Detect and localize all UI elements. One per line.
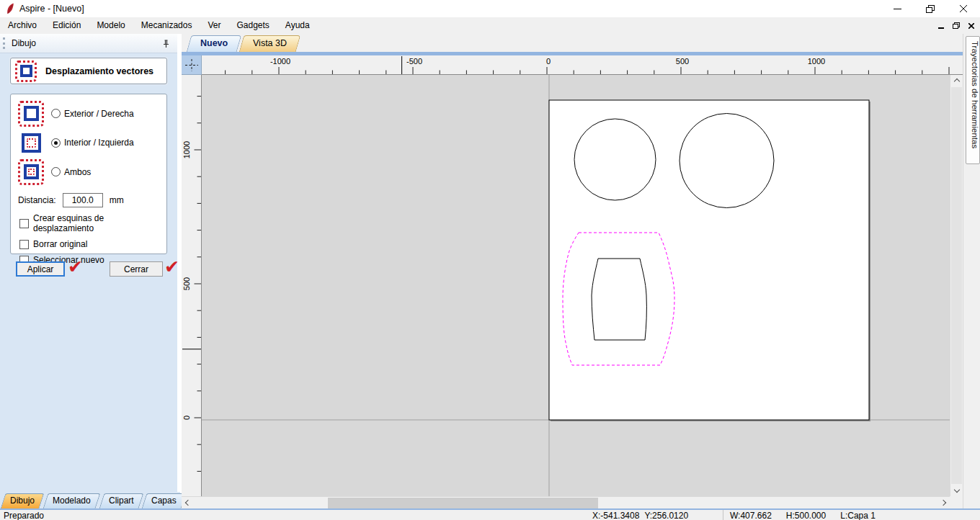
- menu-mecanizados[interactable]: Mecanizados: [133, 17, 200, 34]
- menu-ayuda[interactable]: Ayuda: [277, 17, 318, 34]
- document-area: NuevoVista 3D -1000-50005001000 10005000: [182, 34, 963, 508]
- radio-label-exterior-derecha: Exterior / Derecha: [64, 109, 134, 119]
- status-layer: L:Capa 1: [840, 511, 876, 520]
- menu-edicion[interactable]: Edición: [45, 17, 89, 34]
- menu-bar: ArchivoEdiciónModeloMecanizadosVerGadget…: [0, 17, 980, 34]
- horizontal-scrollbar[interactable]: [182, 496, 950, 508]
- drawing-panel: Dibujo Desplazamiento vectores Exterior …: [0, 34, 177, 492]
- scroll-up-icon[interactable]: [950, 76, 963, 86]
- svg-text:500: 500: [182, 277, 191, 290]
- svg-text:-500: -500: [406, 57, 422, 66]
- toolpaths-dock-tab[interactable]: Trayectorias de herramientas: [966, 36, 980, 164]
- radio-ambos[interactable]: [51, 167, 61, 176]
- canvas-drawing[interactable]: [202, 75, 950, 496]
- checkbox-crear-esquinas-de-desplazamiento[interactable]: [19, 219, 29, 228]
- distance-label: Distancia:: [18, 195, 56, 205]
- offset-vectors-tool-icon: [15, 60, 37, 82]
- status-x: X:-541.3408: [592, 511, 639, 520]
- option-row-exterior-derecha: Exterior / Derecha: [15, 97, 162, 130]
- menu-modelo[interactable]: Modelo: [89, 17, 133, 34]
- status-y: Y:256.0120: [644, 511, 688, 520]
- window-title: Aspire - [Nuevo]: [19, 4, 84, 14]
- scroll-down-icon[interactable]: [950, 485, 963, 495]
- svg-text:-1000: -1000: [270, 57, 290, 66]
- menu-ver[interactable]: Ver: [200, 17, 228, 34]
- checkbox-label-borrar-original: Borrar original: [33, 239, 87, 249]
- status-coordinates: X:-541.3408 Y:256.0120: [592, 511, 688, 520]
- apply-check-icon: ✔: [68, 259, 83, 275]
- offset-interior-icon: [15, 133, 47, 153]
- panel-tab-bar: DibujoModeladoClipartCapas: [0, 492, 180, 508]
- checkbox-label-crear-esquinas-de-desplazamiento: Crear esquinas de desplazamiento: [33, 213, 162, 233]
- scroll-right-icon[interactable]: [938, 497, 948, 508]
- distance-row: Distancia: mm: [18, 193, 162, 207]
- option-row-ambos: Ambos: [15, 156, 162, 188]
- distance-input[interactable]: [63, 193, 103, 207]
- offset-both-icon: [15, 159, 47, 185]
- svg-text:0: 0: [182, 416, 191, 420]
- horizontal-scrollbar-thumb[interactable]: [328, 498, 598, 508]
- menu-archivo[interactable]: Archivo: [0, 17, 45, 34]
- window-minimize-button[interactable]: [881, 0, 914, 17]
- document-close-button[interactable]: [968, 21, 974, 31]
- window-restore-button[interactable]: [914, 0, 947, 17]
- title-bar: Aspire - [Nuevo]: [0, 0, 980, 17]
- apply-button[interactable]: Aplicar: [16, 261, 65, 277]
- tab-vista-3d[interactable]: Vista 3D: [239, 35, 301, 52]
- panel-title: Dibujo: [12, 38, 36, 48]
- vertical-scrollbar[interactable]: [950, 75, 963, 496]
- job-page[interactable]: [549, 100, 869, 420]
- radio-exterior-derecha[interactable]: [51, 109, 61, 118]
- pin-icon[interactable]: [160, 38, 172, 50]
- document-tab-bar: NuevoVista 3D: [182, 34, 963, 52]
- svg-text:1000: 1000: [182, 141, 191, 158]
- document-window-controls: [938, 17, 974, 34]
- close-button[interactable]: Cerrar: [110, 261, 163, 277]
- document-restore-button[interactable]: [953, 21, 960, 31]
- menu-gadgets[interactable]: Gadgets: [228, 17, 277, 34]
- status-bar: Preparado X:-541.3408 Y:256.0120 W:407.6…: [0, 510, 980, 520]
- svg-text:1000: 1000: [808, 57, 825, 66]
- origin-crosshair-icon[interactable]: [182, 55, 202, 75]
- radio-label-ambos: Ambos: [64, 167, 91, 177]
- right-dock-strip: Trayectorias de herramientas: [963, 34, 980, 508]
- tab-nuevo[interactable]: Nuevo: [187, 35, 242, 52]
- window-close-button[interactable]: [947, 0, 980, 17]
- status-dimensions: W:407.662 H:500.000 L:Capa 1: [730, 511, 876, 520]
- vertical-ruler: 10005000: [182, 75, 202, 496]
- panel-grip[interactable]: [3, 37, 5, 49]
- status-ready: Preparado: [4, 511, 44, 520]
- svg-text:500: 500: [676, 57, 689, 66]
- status-width: W:407.662: [730, 511, 772, 520]
- panel-tab-capas[interactable]: Capas: [142, 493, 187, 508]
- panel-header: Dibujo: [0, 34, 177, 53]
- document-minimize-button[interactable]: [938, 21, 944, 31]
- tool-title-box: Desplazamiento vectores: [10, 58, 167, 84]
- checkbox-borrar-original[interactable]: [19, 240, 29, 249]
- distance-unit: mm: [110, 195, 124, 205]
- close-check-icon: ✔: [164, 259, 179, 275]
- radio-label-interior-izquierda: Interior / Izquierda: [64, 138, 134, 148]
- vertical-scrollbar-thumb[interactable]: [951, 87, 962, 484]
- checkbox-row-borrar-original: Borrar original: [19, 239, 162, 249]
- status-height: H:500.000: [786, 511, 826, 520]
- panel-tab-modelado[interactable]: Modelado: [43, 493, 101, 508]
- panel-tab-dibujo[interactable]: Dibujo: [1, 493, 45, 508]
- tool-title: Desplazamiento vectores: [37, 66, 162, 76]
- checkbox-row-crear-esquinas-de-desplazamiento: Crear esquinas de desplazamiento: [19, 213, 162, 233]
- horizontal-ruler: -1000-50005001000: [202, 55, 963, 75]
- offset-options-group: Exterior / DerechaInterior / IzquierdaAm…: [10, 94, 167, 254]
- svg-text:0: 0: [546, 57, 551, 66]
- status-divider: [723, 510, 723, 520]
- option-row-interior-izquierda: Interior / Izquierda: [15, 130, 162, 156]
- app-logo-icon: [6, 3, 14, 14]
- scrollbar-corner: [950, 496, 963, 508]
- scroll-left-icon[interactable]: [183, 497, 193, 508]
- panel-tab-clipart[interactable]: Clipart: [99, 493, 143, 508]
- radio-interior-izquierda[interactable]: [51, 138, 61, 148]
- offset-exterior-icon: [15, 101, 47, 127]
